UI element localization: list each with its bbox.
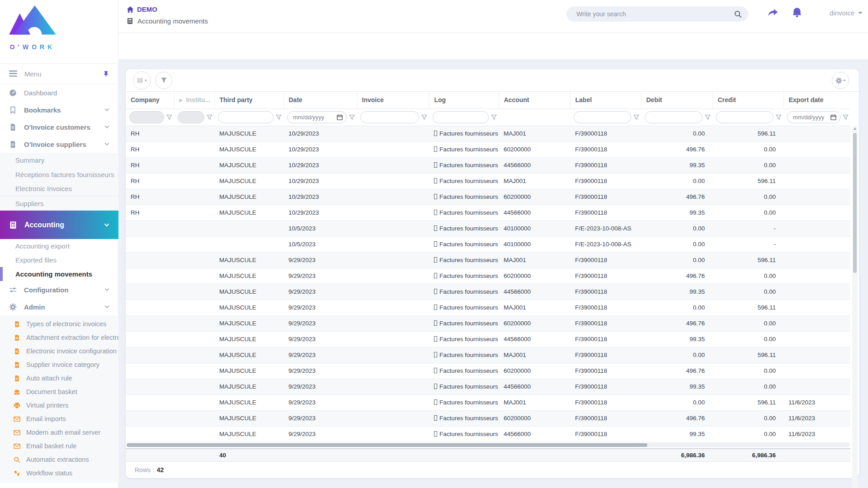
vertical-scrollbar-thumb[interactable] bbox=[853, 133, 857, 273]
table-row[interactable]: MAJUSCULE 9/29/2023 Factures fournisseur… bbox=[126, 379, 850, 394]
funnel-icon[interactable] bbox=[166, 114, 172, 120]
filter-button[interactable] bbox=[155, 72, 172, 89]
horizontal-scrollbar-thumb[interactable] bbox=[127, 443, 647, 447]
sidebar-item-oinvoice-customers[interactable]: O'Invoice customers bbox=[0, 118, 118, 136]
funnel-icon[interactable] bbox=[705, 114, 711, 120]
sidebar-item-workflow-status[interactable]: Workflow status bbox=[0, 466, 118, 480]
column-header-label[interactable]: Label bbox=[570, 92, 641, 108]
table-row[interactable]: MAJUSCULE 9/29/2023 Factures fournisseur… bbox=[126, 410, 850, 426]
search-icon[interactable] bbox=[734, 10, 742, 18]
sidebar-item-supplier-invoice-category[interactable]: Supplier invoice category bbox=[0, 358, 118, 371]
log-filter-input[interactable] bbox=[433, 111, 489, 123]
sidebar-item-auto-attach-rule[interactable]: Auto attach rule bbox=[0, 371, 118, 385]
invoice-filter-input[interactable] bbox=[360, 111, 419, 123]
sidebar-item-automatic-extractions[interactable]: Automatic extractions bbox=[0, 453, 118, 466]
column-header-credit[interactable]: Credit bbox=[712, 92, 783, 108]
cell-invoice bbox=[357, 410, 429, 426]
column-header-date[interactable]: Date bbox=[283, 92, 357, 108]
breadcrumb-home[interactable]: DEMO bbox=[127, 5, 208, 13]
calendar-icon[interactable] bbox=[337, 114, 343, 120]
funnel-icon[interactable] bbox=[207, 114, 212, 120]
expand-group-icon[interactable]: ▸ bbox=[179, 96, 183, 103]
table-row[interactable]: 10/5/2023 Factures fournisseurs 40100000… bbox=[126, 221, 850, 236]
label-filter-input[interactable] bbox=[574, 111, 631, 123]
sidebar-item-virtual-printers[interactable]: Virtual printers bbox=[0, 399, 118, 412]
funnel-icon[interactable] bbox=[421, 114, 427, 120]
column-header-log[interactable]: Log bbox=[429, 92, 499, 108]
sidebar-item-bookmarks[interactable]: Bookmarks bbox=[0, 101, 118, 118]
funnel-icon[interactable] bbox=[276, 114, 282, 120]
sidebar-item-email-basket-rule[interactable]: Email basket rule bbox=[0, 439, 118, 453]
table-body: RH MAJUSCULE 10/29/2023 Factures fournis… bbox=[126, 126, 850, 442]
sidebar-item-modern-auth-email-server[interactable]: Modern auth email server bbox=[0, 426, 118, 439]
sidebar-item-document-basket[interactable]: Document basket bbox=[0, 385, 118, 399]
vertical-scrollbar[interactable]: ▲ ▼ bbox=[852, 126, 858, 488]
funnel-icon[interactable] bbox=[633, 114, 639, 120]
sidebar-item-einvoice-configuration[interactable]: Electronic invoice configuration bbox=[0, 344, 118, 358]
funnel-icon[interactable] bbox=[843, 114, 849, 120]
sidebar-item-oinvoice-suppliers[interactable]: O'Invoice suppliers bbox=[0, 136, 118, 153]
sidebar-item-admin[interactable]: Admin bbox=[0, 298, 118, 315]
columns-button[interactable]: ▾ bbox=[133, 71, 151, 89]
brand-logo[interactable]: O'WORK bbox=[7, 4, 58, 51]
sidebar-item-electronic-invoices[interactable]: Electronic Invoices bbox=[0, 182, 118, 196]
table-row[interactable]: MAJUSCULE 9/29/2023 Factures fournisseur… bbox=[126, 252, 850, 268]
settings-button[interactable]: ▾ bbox=[832, 72, 849, 89]
table-row[interactable]: MAJUSCULE 9/29/2023 Factures fournisseur… bbox=[126, 331, 850, 347]
sidebar-item-summary[interactable]: Summary bbox=[0, 153, 118, 167]
column-header-third-party[interactable]: Third party bbox=[214, 92, 283, 108]
table-row[interactable]: RH MAJUSCULE 10/29/2023 Factures fournis… bbox=[126, 126, 850, 141]
column-header-debit[interactable]: Debit bbox=[641, 92, 712, 108]
table-row[interactable]: MAJUSCULE 9/29/2023 Factures fournisseur… bbox=[126, 315, 850, 331]
table-row[interactable]: MAJUSCULE 9/29/2023 Factures fournisseur… bbox=[126, 426, 850, 442]
table-row[interactable]: MAJUSCULE 9/29/2023 Factures fournisseur… bbox=[126, 300, 850, 315]
column-header-invoice[interactable]: Invoice bbox=[357, 92, 429, 108]
table-row[interactable]: RH MAJUSCULE 10/29/2023 Factures fournis… bbox=[126, 205, 850, 221]
column-header-company[interactable]: Company bbox=[126, 92, 174, 108]
search-input[interactable] bbox=[576, 10, 734, 18]
menu-toggle[interactable]: Menu bbox=[0, 63, 118, 84]
sidebar-item-attachment-extraction[interactable]: Attachment extraction for electron bbox=[0, 331, 118, 344]
funnel-icon[interactable] bbox=[491, 114, 497, 120]
sidebar-item-types-electronic-invoices[interactable]: Types of electronic invoices bbox=[0, 317, 118, 331]
sidebar-item-exported-files[interactable]: Exported files bbox=[0, 253, 118, 267]
column-header-account[interactable]: Account bbox=[499, 92, 570, 108]
sidebar-item-email-imports[interactable]: Email imports bbox=[0, 412, 118, 426]
table-row[interactable]: RH MAJUSCULE 10/29/2023 Factures fournis… bbox=[126, 173, 850, 189]
table-row[interactable]: MAJUSCULE 9/29/2023 Factures fournisseur… bbox=[126, 284, 850, 300]
share-icon[interactable] bbox=[767, 7, 779, 19]
column-header-institution[interactable]: ▸Institu... bbox=[174, 92, 214, 108]
debit-filter-input[interactable] bbox=[645, 111, 703, 123]
sidebar-item-receptions-factures[interactable]: Réceptions factures fournisseurs 0 bbox=[0, 167, 118, 182]
funnel-icon[interactable] bbox=[349, 114, 355, 120]
table-row[interactable]: MAJUSCULE 9/29/2023 Factures fournisseur… bbox=[126, 363, 850, 379]
table-row[interactable]: MAJUSCULE 9/29/2023 Factures fournisseur… bbox=[126, 268, 850, 284]
funnel-icon[interactable] bbox=[776, 114, 782, 120]
calendar-icon[interactable] bbox=[830, 114, 836, 120]
table-row[interactable]: RH MAJUSCULE 10/29/2023 Factures fournis… bbox=[126, 189, 850, 205]
scroll-up-icon[interactable]: ▲ bbox=[853, 126, 857, 132]
sidebar-item-accounting[interactable]: Accounting bbox=[0, 211, 118, 239]
sidebar-item-suppliers[interactable]: Suppliers bbox=[0, 196, 118, 211]
sidebar-item-accounting-movements[interactable]: Accounting movements bbox=[0, 267, 118, 281]
cell-account: MAJ001 bbox=[499, 126, 570, 141]
date-filter-input[interactable]: mm/dd/yyyy bbox=[287, 111, 347, 123]
cell-debit: 0.00 bbox=[641, 173, 712, 189]
sidebar-item-configuration[interactable]: Configuration bbox=[0, 281, 118, 298]
table-row[interactable]: MAJUSCULE 9/29/2023 Factures fournisseur… bbox=[126, 347, 850, 363]
pin-sidebar-icon[interactable] bbox=[103, 70, 109, 77]
sidebar-item-accounting-export[interactable]: Accounting export bbox=[0, 239, 118, 253]
table-row[interactable]: MAJUSCULE 9/29/2023 Factures fournisseur… bbox=[126, 394, 850, 410]
third-party-filter-input[interactable] bbox=[218, 111, 274, 123]
sidebar-item-dashboard[interactable]: Dashboard bbox=[0, 84, 118, 101]
user-menu[interactable]: dinvoice bbox=[830, 9, 863, 17]
notifications-bell-icon[interactable] bbox=[791, 7, 803, 19]
horizontal-scrollbar[interactable] bbox=[127, 443, 850, 447]
table-row[interactable]: RH MAJUSCULE 10/29/2023 Factures fournis… bbox=[126, 141, 850, 157]
credit-filter-input[interactable] bbox=[716, 111, 774, 123]
table-row[interactable]: RH MAJUSCULE 10/29/2023 Factures fournis… bbox=[126, 157, 850, 173]
export-date-filter-input[interactable]: mm/dd/yyyy bbox=[787, 111, 840, 123]
table-row[interactable]: 10/5/2023 Factures fournisseurs 40100000… bbox=[126, 236, 850, 252]
cell-credit: 596.11 bbox=[712, 394, 783, 410]
column-header-export-date[interactable]: Export date bbox=[783, 92, 850, 108]
